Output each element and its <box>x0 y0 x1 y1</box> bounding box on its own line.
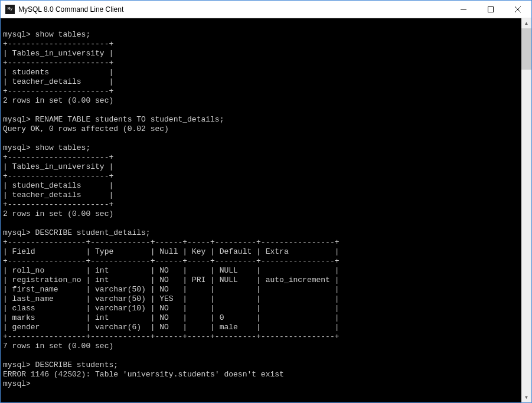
close-button[interactable] <box>504 1 531 18</box>
minimize-button[interactable] <box>450 1 477 18</box>
scrollbar-track[interactable] <box>521 28 531 392</box>
terminal-output[interactable]: mysql> show tables; +-------------------… <box>1 18 521 402</box>
scrollbar-down-button[interactable]: ▼ <box>521 392 531 402</box>
titlebar: My MySQL 8.0 Command Line Client <box>1 1 531 18</box>
window-controls <box>450 1 531 18</box>
window-title: MySQL 8.0 Command Line Client <box>18 5 450 14</box>
scrollbar: ▲ ▼ <box>521 18 531 402</box>
svg-rect-1 <box>488 6 494 12</box>
terminal-container: mysql> show tables; +-------------------… <box>1 18 531 402</box>
scrollbar-up-button[interactable]: ▲ <box>521 18 531 28</box>
scrollbar-thumb[interactable] <box>521 28 531 70</box>
maximize-button[interactable] <box>477 1 504 18</box>
app-icon: My <box>5 5 15 14</box>
